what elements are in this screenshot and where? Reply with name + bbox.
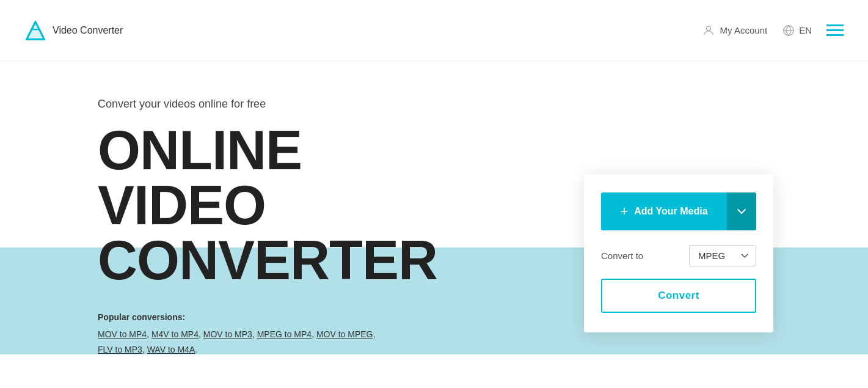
hamburger-line-3 — [826, 34, 844, 36]
globe-icon — [782, 24, 795, 37]
hamburger-line-2 — [826, 29, 844, 31]
popular-link-mov-mp3[interactable]: MOV to MP3 — [203, 329, 252, 339]
convert-to-row: Convert to MPEG MP4 MP3 AVI MOV MKV WMV — [601, 245, 756, 266]
hamburger-menu[interactable] — [826, 24, 844, 36]
popular-link-mov-mp4[interactable]: MOV to MP4 — [98, 329, 147, 339]
logo-text: Video Converter — [53, 25, 123, 36]
svg-point-2 — [706, 26, 710, 30]
convert-to-label: Convert to — [601, 251, 643, 261]
logo-link[interactable]: Video Converter — [24, 20, 123, 42]
convert-button[interactable]: Convert — [601, 279, 756, 313]
svg-marker-1 — [27, 21, 45, 39]
popular-link-mov-mpeg[interactable]: MOV to MPEG — [316, 329, 373, 339]
add-media-dropdown-button[interactable] — [727, 192, 756, 230]
widget-card: + Add Your Media Convert to MPEG MP4 MP3… — [584, 174, 773, 332]
user-icon — [702, 24, 715, 37]
my-account-link[interactable]: My Account — [702, 24, 768, 37]
hero-title-line1: ONLINE — [98, 123, 868, 178]
plus-icon: + — [620, 203, 628, 219]
popular-link-m4v-mp4[interactable]: M4V to MP4 — [151, 329, 199, 339]
main-content: Convert your videos online for free ONLI… — [0, 61, 868, 388]
my-account-label: My Account — [720, 25, 768, 35]
lang-label: EN — [799, 25, 812, 35]
add-media-button[interactable]: + Add Your Media — [601, 192, 727, 230]
chevron-down-icon — [737, 209, 746, 214]
header: Video Converter My Account EN — [0, 0, 868, 61]
logo-icon — [24, 20, 46, 42]
hamburger-line-1 — [826, 24, 844, 26]
add-media-row: + Add Your Media — [601, 192, 756, 230]
popular-link-mpeg-mp4[interactable]: MPEG to MP4 — [257, 329, 312, 339]
format-select[interactable]: MPEG MP4 MP3 AVI MOV MKV WMV — [689, 245, 756, 266]
header-right: My Account EN — [702, 24, 844, 37]
popular-link-flv-mp3[interactable]: FLV to MP3 — [98, 345, 142, 354]
lang-selector[interactable]: EN — [782, 24, 812, 37]
add-media-label: Add Your Media — [634, 206, 707, 217]
hero-subtitle: Convert your videos online for free — [98, 98, 868, 111]
popular-link-wav-m4a[interactable]: WAV to M4A — [147, 345, 195, 354]
